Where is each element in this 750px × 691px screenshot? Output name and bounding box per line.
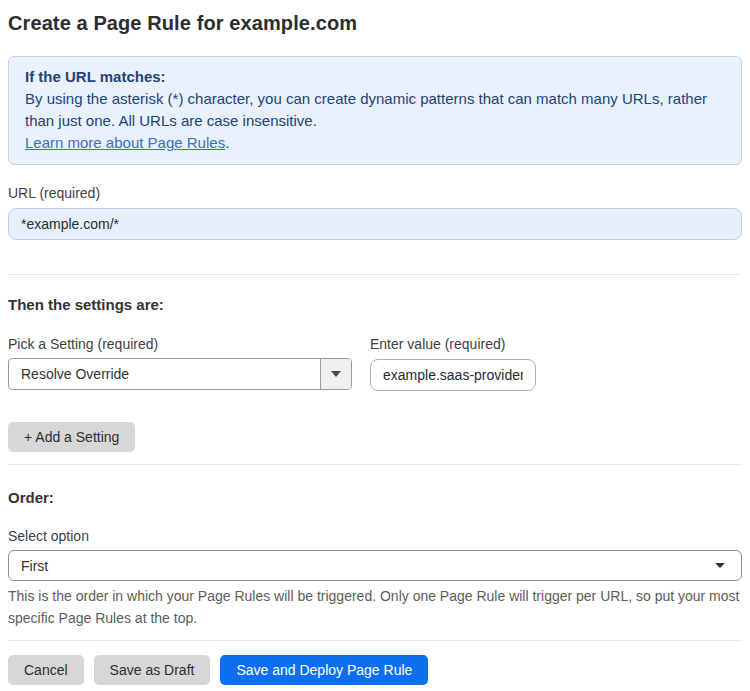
cancel-button[interactable]: Cancel xyxy=(8,655,84,685)
section-divider xyxy=(8,274,742,275)
add-setting-button[interactable]: + Add a Setting xyxy=(8,422,135,452)
setting-picker-arrow-button[interactable] xyxy=(320,359,351,389)
learn-more-link[interactable]: Learn more about Page Rules xyxy=(25,134,225,151)
info-link-line: Learn more about Page Rules. xyxy=(25,132,725,154)
url-match-info-box: If the URL matches: By using the asteris… xyxy=(8,56,742,165)
order-select-label: Select option xyxy=(8,528,742,545)
url-input[interactable] xyxy=(8,208,742,240)
triangle-down-icon xyxy=(715,563,725,568)
order-select-value: First xyxy=(21,558,715,574)
triangle-down-icon xyxy=(331,371,341,377)
save-as-draft-button[interactable]: Save as Draft xyxy=(94,655,211,685)
setting-picker-dropdown[interactable]: Resolve Override xyxy=(8,358,352,390)
save-and-deploy-button[interactable]: Save and Deploy Page Rule xyxy=(220,655,428,685)
value-field-label: Enter value (required) xyxy=(370,336,536,353)
setting-picker-value: Resolve Override xyxy=(9,359,320,389)
section-divider xyxy=(8,640,742,641)
section-divider xyxy=(8,464,742,465)
link-period: . xyxy=(225,134,229,151)
info-box-body: By using the asterisk (*) character, you… xyxy=(25,88,725,132)
settings-row: Pick a Setting (required) Resolve Overri… xyxy=(8,314,742,391)
order-help-text: This is the order in which your Page Rul… xyxy=(8,585,742,629)
setting-picker-column: Pick a Setting (required) Resolve Overri… xyxy=(8,314,352,390)
form-actions: Cancel Save as Draft Save and Deploy Pag… xyxy=(8,655,742,685)
url-field-label: URL (required) xyxy=(8,185,742,202)
value-field-column: Enter value (required) xyxy=(370,321,536,391)
order-select[interactable]: First xyxy=(8,550,742,581)
info-box-heading: If the URL matches: xyxy=(25,66,725,88)
setting-picker-label: Pick a Setting (required) xyxy=(8,336,352,353)
page-title: Create a Page Rule for example.com xyxy=(8,12,742,35)
order-section-heading: Order: xyxy=(8,489,742,507)
page-rule-form: Create a Page Rule for example.com If th… xyxy=(0,12,750,685)
settings-section-heading: Then the settings are: xyxy=(8,296,742,314)
setting-value-input[interactable] xyxy=(370,359,536,391)
